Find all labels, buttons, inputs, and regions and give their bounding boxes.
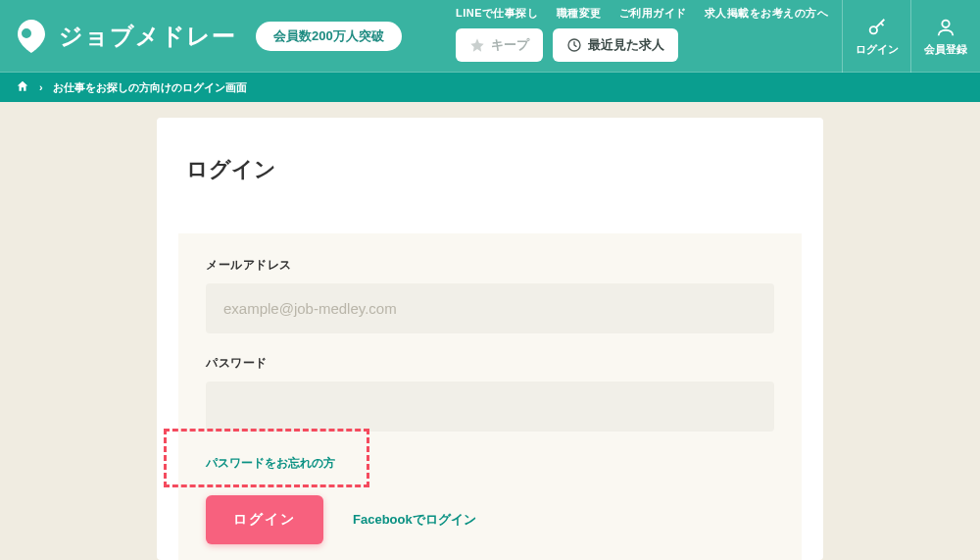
header-right: LINEで仕事探し 職種変更 ご利用ガイド 求人掲載をお考えの方へ キープ 最近… (456, 0, 842, 72)
star-icon (469, 37, 485, 53)
facebook-login-link[interactable]: Facebookでログイン (353, 511, 476, 529)
recent-label: 最近見た求人 (588, 36, 664, 54)
nav-line-search[interactable]: LINEで仕事探し (456, 6, 539, 21)
breadcrumb-separator: › (39, 81, 43, 93)
page-title: ログイン (157, 118, 823, 214)
recent-jobs-button[interactable]: 最近見た求人 (553, 28, 678, 62)
password-field[interactable] (206, 382, 774, 432)
keep-label: キープ (491, 36, 529, 54)
header: ジョブメドレー 会員数200万人突破 LINEで仕事探し 職種変更 ご利用ガイド… (0, 0, 980, 73)
login-submit-button[interactable]: ログイン (206, 495, 323, 544)
breadcrumb-home[interactable] (16, 79, 29, 95)
member-count-badge: 会員数200万人突破 (256, 22, 402, 51)
logo[interactable]: ジョブメドレー (12, 17, 236, 56)
breadcrumb-current: お仕事をお探しの方向けのログイン画面 (53, 80, 247, 95)
login-nav-button[interactable]: ログイン (843, 0, 911, 73)
brand-name: ジョブメドレー (59, 21, 236, 52)
login-nav-label: ログイン (856, 42, 899, 57)
clock-icon (566, 37, 582, 53)
logo-icon (12, 17, 51, 56)
email-label: メールアドレス (206, 257, 774, 274)
email-field[interactable] (206, 283, 774, 333)
main: ログイン メールアドレス パスワード パスワードをお忘れの方 ログイン Face… (0, 102, 980, 560)
nav-job-change[interactable]: 職種変更 (557, 6, 602, 21)
register-nav-label: 会員登録 (924, 42, 967, 57)
login-form: メールアドレス パスワード パスワードをお忘れの方 ログイン Facebookで… (178, 233, 802, 560)
home-icon (16, 79, 29, 93)
header-actions: キープ 最近見た求人 (456, 21, 842, 62)
nav-employers[interactable]: 求人掲載をお考えの方へ (705, 6, 829, 21)
login-card: ログイン メールアドレス パスワード パスワードをお忘れの方 ログイン Face… (157, 118, 823, 560)
keep-button[interactable]: キープ (456, 28, 543, 62)
button-row: ログイン Facebookでログイン (206, 495, 774, 544)
key-icon (866, 17, 888, 38)
user-icon (935, 17, 956, 38)
register-nav-button[interactable]: 会員登録 (911, 0, 980, 73)
password-label: パスワード (206, 355, 774, 372)
auth-buttons: ログイン 会員登録 (842, 0, 980, 73)
forgot-password-link[interactable]: パスワードをお忘れの方 (206, 455, 335, 472)
header-left: ジョブメドレー 会員数200万人突破 (0, 0, 456, 72)
breadcrumb: › お仕事をお探しの方向けのログイン画面 (0, 73, 980, 102)
top-nav: LINEで仕事探し 職種変更 ご利用ガイド 求人掲載をお考えの方へ (456, 0, 842, 21)
svg-point-2 (942, 20, 949, 26)
nav-guide[interactable]: ご利用ガイド (619, 6, 687, 21)
